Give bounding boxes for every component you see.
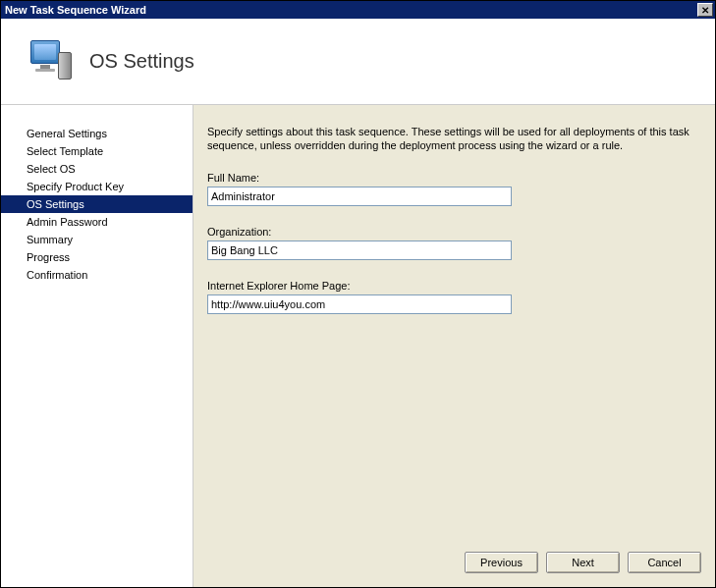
full-name-input[interactable] [207,187,512,206]
wizard-header: OS Settings [1,19,715,105]
full-name-group: Full Name: [207,172,701,206]
page-title: OS Settings [89,50,194,73]
wizard-window: New Task Sequence Wizard ✕ OS Settings G… [0,0,716,588]
next-button[interactable]: Next [546,552,620,573]
sidebar-item-os-settings[interactable]: OS Settings [1,195,193,213]
sidebar-item-select-template[interactable]: Select Template [1,142,193,160]
cancel-button[interactable]: Cancel [628,552,701,573]
full-name-label: Full Name: [207,172,701,184]
ie-home-group: Internet Explorer Home Page: [207,280,701,314]
titlebar: New Task Sequence Wizard ✕ [1,1,715,19]
sidebar-item-select-os[interactable]: Select OS [1,160,193,178]
close-button[interactable]: ✕ [697,3,713,17]
organization-group: Organization: [207,226,701,260]
sidebar-item-general-settings[interactable]: General Settings [1,125,193,142]
button-row: Previous Next Cancel [465,552,701,573]
sidebar-item-specify-product-key[interactable]: Specify Product Key [1,178,193,195]
organization-label: Organization: [207,226,701,238]
content-pane: Specify settings about this task sequenc… [193,105,715,587]
organization-input[interactable] [207,241,512,260]
sidebar-item-admin-password[interactable]: Admin Password [1,213,193,231]
ie-home-input[interactable] [207,294,512,314]
close-icon: ✕ [701,5,709,16]
sidebar-item-progress[interactable]: Progress [1,248,193,266]
description-text: Specify settings about this task sequenc… [207,125,701,152]
sidebar: General Settings Select Template Select … [1,105,193,587]
window-title: New Task Sequence Wizard [5,1,146,19]
previous-button[interactable]: Previous [465,552,538,573]
computer-icon [25,38,72,85]
ie-home-label: Internet Explorer Home Page: [207,280,701,292]
sidebar-item-confirmation[interactable]: Confirmation [1,266,193,284]
wizard-body: General Settings Select Template Select … [1,105,715,587]
sidebar-item-summary[interactable]: Summary [1,231,193,248]
